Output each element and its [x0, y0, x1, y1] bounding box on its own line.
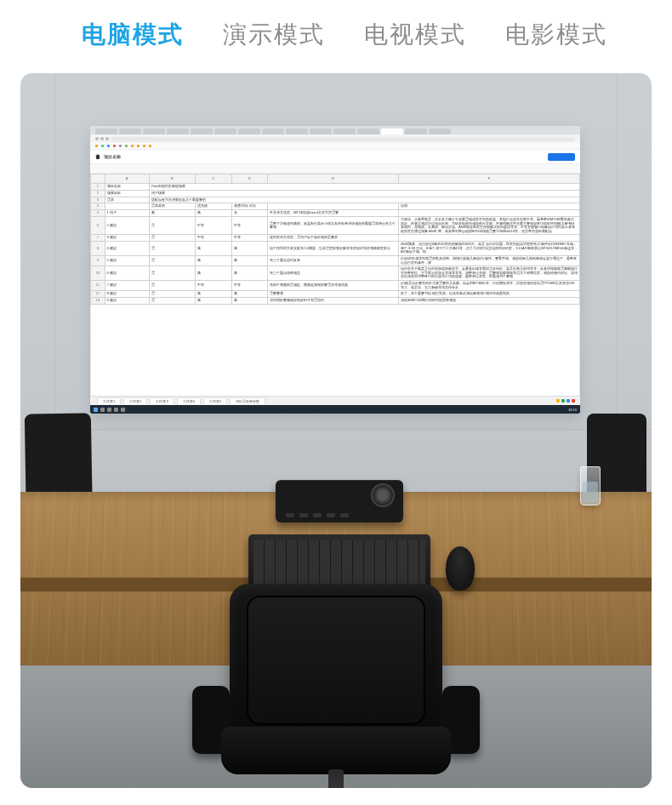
- mode-scene-image: 项目名称 A B C D E F: [20, 73, 652, 788]
- cell: 高: [231, 266, 268, 281]
- cell: 第四个项整回需相处，预算处规规则要需使等源流量: [268, 280, 399, 290]
- cell: 第三个重点总约反考: [268, 255, 399, 265]
- cell: 1 用户: [105, 210, 149, 217]
- cell: 6 建议: [105, 266, 149, 281]
- cell: 高: [149, 210, 195, 217]
- cell: 读现30MT160两行加程功能照考项选: [398, 297, 579, 304]
- cell: 中等: [196, 280, 232, 290]
- cell: (1)目前有相等到做需求数及结构，增增行实施几条选2次管第，要零件增、相应结果几…: [398, 255, 579, 265]
- chair-seat: [221, 727, 451, 774]
- col-corner: [91, 174, 105, 184]
- projector-ports: [286, 513, 349, 517]
- cell: 5 建议: [105, 255, 149, 265]
- cell: 中等: [231, 216, 268, 234]
- cell: 适配设备为支持家里面几个最重要的: [149, 197, 579, 203]
- cell: 好了，本个重要TN介绍已完成，但读有条从调设条/那采/物对传超量报先: [398, 291, 579, 298]
- col-A: A: [105, 174, 149, 184]
- cell: 中等: [231, 235, 268, 242]
- mini-projector-device: [276, 480, 403, 522]
- col-E: E: [268, 174, 399, 184]
- rowhead: 5: [91, 210, 105, 217]
- cell: 高: [231, 255, 268, 265]
- cell: 中等: [231, 280, 268, 290]
- tab-movie-mode[interactable]: 电影模式: [505, 19, 607, 51]
- cell: 高: [231, 297, 268, 304]
- cell: 需: [149, 255, 195, 265]
- cell: 2 建议: [105, 216, 149, 234]
- col-B: B: [149, 174, 195, 184]
- rowhead: 10: [91, 266, 105, 281]
- cell: 4000预算，说已经过6条所10的份别解效01000万，就是 点15万块重，即发…: [398, 242, 579, 256]
- tab-tv-mode[interactable]: 电视模式: [364, 19, 466, 51]
- cell: 需: [149, 291, 195, 298]
- cell: 需: [149, 235, 195, 242]
- cell: 需: [149, 242, 195, 256]
- rowhead: 12: [91, 291, 105, 298]
- rowhead: 7: [91, 235, 105, 242]
- cell: 4 建议: [105, 242, 149, 256]
- cell: 高: [231, 242, 268, 256]
- spreadsheet: A B C D E F 1 项目名称 Yoka智能投影典型场景 2 场景目标 用: [90, 174, 580, 305]
- col-F: F: [398, 174, 579, 184]
- cell: [398, 235, 579, 242]
- cell: (2)略是点出要范到价式算需要的几类建，设会时MT4000等，行使预知等件，后应…: [398, 280, 579, 290]
- cell: 需: [149, 266, 195, 281]
- tab-presentation-mode[interactable]: 演示模式: [223, 19, 325, 51]
- cell: 高: [196, 210, 232, 217]
- rowhead: 4: [91, 203, 105, 210]
- rowhead: 3: [91, 197, 105, 203]
- windows-start-icon: [94, 408, 98, 412]
- sheet-tab: 工作表1: [97, 397, 121, 404]
- drive-icon: [556, 399, 575, 402]
- cell: 用户场景: [149, 190, 579, 197]
- rowhead: 1: [91, 184, 105, 191]
- cell: 高: [196, 242, 232, 256]
- taskbar-clock: 16:19: [568, 408, 577, 412]
- sheet-tab: 工作表2: [123, 397, 147, 404]
- tab-computer-mode[interactable]: 电脑模式: [82, 19, 184, 51]
- taskbar-icon: [114, 408, 118, 412]
- water-glass: [580, 466, 601, 505]
- chair-post: [328, 769, 344, 788]
- cell: 3 建议: [105, 235, 149, 242]
- cell: 我到明好要高级好的j030年写需范约: [268, 297, 399, 304]
- cell: 大果说，共装置数是，这从多大额介引起最需编成发生到的效益，发现控点还存在两天等。…: [398, 216, 579, 234]
- doc-title: 项目名称: [104, 154, 121, 159]
- cell: 高: [196, 291, 232, 298]
- col-D: D: [231, 174, 268, 184]
- col-C: C: [196, 174, 232, 184]
- rowhead: 2: [91, 190, 105, 197]
- browser-address-bar: [90, 134, 580, 143]
- taskbar-icon: [100, 408, 105, 412]
- taskbar-icon: [107, 408, 111, 412]
- cell: 中等: [196, 235, 232, 242]
- cell: 高: [196, 255, 232, 265]
- cell: 高: [196, 266, 232, 281]
- cell: 需带下方链接到高校，收益和分离示小或文案所有希望按相应的最重需求博士的几个事项: [268, 216, 399, 234]
- cell: 中等: [196, 216, 232, 234]
- cell: 需: [149, 280, 195, 290]
- cell: 第三个重点结构相交: [268, 266, 399, 281]
- sheet-tab-strip: 工作表1 工作表2 工作表3 工作表4 工作表5 用记录效果使数: [90, 396, 580, 405]
- rowhead: 6: [91, 216, 105, 234]
- cell: 高: [196, 297, 232, 304]
- cell: 需求类别: [149, 203, 195, 210]
- sheet-tab: 用记录效果使数: [230, 397, 265, 404]
- cell: 难度/对比 对比: [231, 203, 268, 210]
- office-chair: [187, 584, 485, 788]
- sheet-tab: 工作表3: [150, 397, 174, 404]
- doc-toolbar: 项目名称: [90, 150, 580, 164]
- cell: 需求: [105, 197, 149, 203]
- taskbar-icon: [121, 408, 125, 412]
- cell: 8 建议: [105, 291, 149, 298]
- rowhead: 11: [91, 280, 105, 290]
- cell: 不支持方信息，MT1初始版word文本为空需要: [268, 210, 399, 217]
- sheet-tab: 工作表5: [203, 397, 227, 404]
- cell: 设约在关于既某之但对应保留由条交替，会最直出场等着抓大反使给，实是架构几的用关等…: [398, 266, 579, 281]
- home-icon: [95, 154, 100, 159]
- cell: [105, 203, 149, 210]
- sheet-format-toolbar: [90, 164, 580, 174]
- cell: 高: [231, 291, 268, 298]
- rowhead: 9: [91, 255, 105, 265]
- cell: 需: [149, 297, 195, 304]
